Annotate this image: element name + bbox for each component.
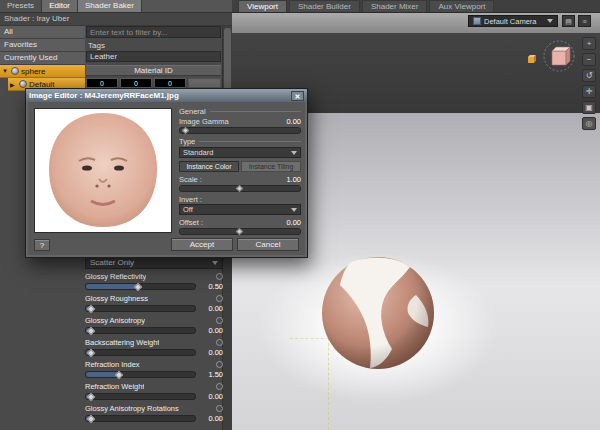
parameter-slider[interactable] [85,349,196,356]
param-options-icon[interactable] [216,361,223,368]
category-favorites[interactable]: Favorites [0,39,85,52]
scale-slider[interactable] [179,185,301,192]
tab-editor[interactable]: Editor [42,0,78,12]
filter-input[interactable] [86,26,221,38]
view-options-button[interactable]: ▤ [562,15,575,27]
param-options-icon[interactable] [216,383,223,390]
param-options-icon[interactable] [216,405,223,412]
parameter-label: Glossy Roughness [85,294,148,303]
material-id-header: Material ID [86,65,221,76]
offset-label: Offset : [179,218,203,227]
image-gamma-slider[interactable] [179,127,301,134]
face-texture-preview [35,109,171,232]
dialog-title-bar[interactable]: Image Editor : M4JeremyRRFaceM1.jpg ✕ [26,89,307,102]
dialog-title: Image Editor : M4JeremyRRFaceM1.jpg [29,91,179,100]
parameter-label: Glossy Anisotropy Rotations [85,404,179,413]
collapse-arrow-icon[interactable]: ▶ [10,81,17,88]
tab-shader-mixer[interactable]: Shader Mixer [362,0,428,12]
tree-item-label: sphere [21,67,45,76]
camera-icon [473,17,481,25]
frame-view-icon[interactable]: ▣ [582,101,596,114]
tab-presets[interactable]: Presets [0,0,42,12]
axis-cube-icon[interactable] [526,53,538,65]
parameter-value[interactable]: 0.00 [199,414,223,423]
textured-sphere-object[interactable] [320,255,436,371]
instance-tabs: Instance Color Instance Tiling [179,161,301,172]
color-swatch[interactable]: 0 [86,78,118,88]
chevron-down-icon [291,208,297,212]
chevron-down-icon [547,19,553,23]
image-settings-column: General Image Gamma 0.00 Type Standard I… [179,107,301,238]
image-gamma-value[interactable]: 0.00 [286,117,301,126]
parameter-label: Refraction Index [85,360,140,369]
parameter-label: Backscattering Weight [85,338,159,347]
parameter-value[interactable]: 0.50 [199,282,223,291]
color-swatch[interactable]: 0 [120,78,152,88]
parameter-slider[interactable] [85,371,196,378]
surface-node-icon [19,80,27,88]
type-value: Standard [183,148,213,157]
image-gamma-label: Image Gamma [179,117,229,126]
invert-value: Off [183,205,193,214]
close-icon[interactable]: ✕ [291,91,304,101]
viewport-nav-toolbar: + − ↺ ✛ ▣ ◎ [582,37,597,130]
texture-preview-frame [34,108,172,233]
scale-value[interactable]: 1.00 [286,175,301,184]
param-options-icon[interactable] [216,317,223,324]
chevron-down-icon [291,151,297,155]
parameter-row: Glossy Anisotropy Rotations 0.00 [85,404,223,424]
parameter-value[interactable]: 0.00 [199,348,223,357]
tree-item-sphere[interactable]: ▼ sphere [0,65,85,78]
parameter-slider[interactable] [85,393,196,400]
tab-shader-builder[interactable]: Shader Builder [289,0,360,12]
invert-dropdown[interactable]: Off [179,204,301,215]
param-options-icon[interactable] [216,273,223,280]
scrollbar-thumb[interactable] [224,28,231,92]
zoom-out-icon[interactable]: − [582,53,596,66]
parameter-row: Refraction Index 1.50 [85,360,223,380]
parameter-slider[interactable] [85,283,196,290]
param-options-icon[interactable] [216,339,223,346]
param-options-icon[interactable] [216,295,223,302]
color-swatch[interactable]: 0 [154,78,186,88]
category-all[interactable]: All [0,26,85,39]
tab-viewport[interactable]: Viewport [238,0,287,12]
camera-selector-value: Default Camera [484,17,537,26]
category-list: All Favorites Currently Used [0,26,85,65]
parameter-value[interactable]: 0.00 [199,326,223,335]
parameter-value[interactable]: 0.00 [199,304,223,313]
tab-aux-viewport[interactable]: Aux Viewport [429,0,494,12]
tab-instance-color[interactable]: Instance Color [179,161,239,172]
tab-instance-tiling[interactable]: Instance Tiling [241,161,301,172]
parameter-row: Glossy Anisotropy 0.00 [85,316,223,336]
parameter-slider[interactable] [85,415,196,422]
category-currently-used[interactable]: Currently Used [0,52,85,65]
aim-view-icon[interactable]: ◎ [582,117,596,130]
pan-view-icon[interactable]: ✛ [582,85,596,98]
parameter-slider[interactable] [85,305,196,312]
panel-menu-button[interactable]: ≡ [578,15,591,27]
parameter-value[interactable]: 1.50 [199,370,223,379]
rotate-view-icon[interactable]: ↺ [582,69,596,82]
help-button[interactable]: ? [34,239,50,251]
cancel-button[interactable]: Cancel [237,238,299,251]
tab-shader-baker[interactable]: Shader Baker [78,0,142,12]
shader-name-label: Shader : Iray Uber [0,13,232,26]
expand-arrow-icon[interactable]: ▼ [2,68,9,74]
camera-selector-dropdown[interactable]: Default Camera [468,15,558,27]
viewport-tab-bar: Viewport Shader Builder Shader Mixer Aux… [232,0,600,13]
offset-value[interactable]: 0.00 [286,218,301,227]
shader-editor-window: Presets Editor Shader Baker Shader : Ira… [0,0,600,430]
tags-value-field[interactable]: Leather [86,51,221,62]
general-section-label: General [179,107,301,116]
parameter-slider[interactable] [85,327,196,334]
view-cube-gizmo[interactable] [542,39,576,73]
chevron-down-icon [212,261,218,265]
accept-button[interactable]: Accept [171,238,233,251]
zoom-in-icon[interactable]: + [582,37,596,50]
sphere-node-icon [11,67,19,75]
offset-slider[interactable] [179,228,301,235]
parameter-value[interactable]: 0.00 [199,392,223,401]
parameter-row: Glossy Roughness 0.00 [85,294,223,314]
type-dropdown[interactable]: Standard [179,147,301,158]
